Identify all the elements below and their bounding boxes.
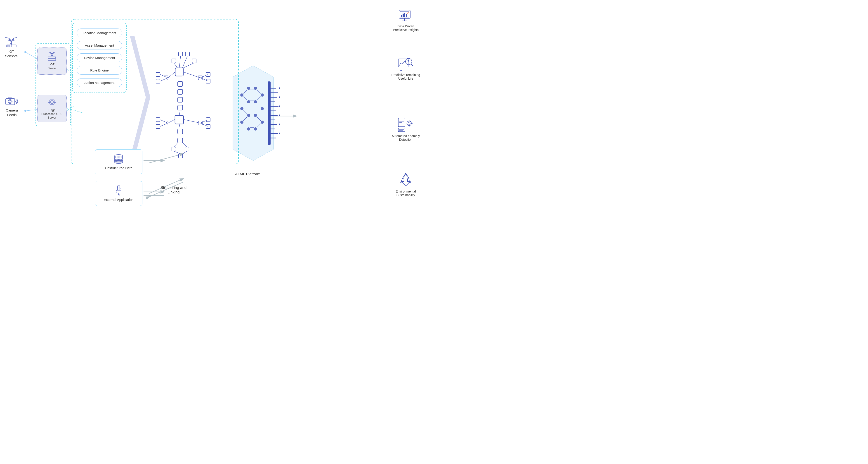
outcome-3-label1: Environmental bbox=[396, 190, 416, 193]
outcome-0-label2: Predictive Insights bbox=[393, 28, 418, 32]
outcome-1-label1: Predictive remaining bbox=[392, 73, 420, 77]
outcome-3-label2: Sustainability bbox=[396, 193, 416, 197]
svg-rect-147 bbox=[116, 190, 121, 193]
iot-sensor: IOTSensors bbox=[4, 36, 18, 58]
svg-point-12 bbox=[10, 43, 12, 45]
svg-point-99 bbox=[254, 100, 257, 104]
external-app-icon bbox=[113, 185, 124, 196]
outcome-2-label1: Automated anomaly bbox=[392, 134, 420, 138]
camera-sensor-group: CameraFeeds bbox=[4, 95, 19, 117]
aiml-label: AI ML Platform bbox=[235, 172, 260, 176]
svg-point-105 bbox=[254, 114, 257, 117]
svg-point-95 bbox=[247, 87, 250, 90]
iot-sensor-icon bbox=[4, 36, 18, 48]
svg-point-94 bbox=[240, 93, 243, 96]
svg-rect-14 bbox=[7, 45, 8, 47]
camera-sensor: CameraFeeds bbox=[4, 95, 19, 117]
svg-point-138 bbox=[279, 132, 280, 135]
svg-point-106 bbox=[254, 127, 257, 130]
svg-rect-146 bbox=[118, 186, 120, 190]
data-driven-icon bbox=[398, 9, 414, 23]
svg-rect-120 bbox=[268, 82, 271, 145]
diagram-container: IOTSensors CameraFeeds bbox=[0, 0, 434, 232]
svg-rect-165 bbox=[406, 14, 407, 17]
iot-sensor-group: IOTSensors bbox=[4, 36, 18, 58]
svg-rect-164 bbox=[404, 13, 405, 17]
svg-point-1 bbox=[24, 51, 26, 53]
anomaly-icon bbox=[398, 118, 414, 132]
svg-point-19 bbox=[9, 100, 11, 103]
outcome-anomaly: Automated anomaly Detection bbox=[386, 118, 425, 141]
outcome-data-driven: Data Driven Predictive Insights bbox=[386, 9, 425, 32]
svg-point-133 bbox=[279, 87, 280, 89]
svg-point-168 bbox=[408, 12, 409, 13]
svg-point-97 bbox=[240, 107, 243, 110]
svg-rect-15 bbox=[9, 45, 10, 47]
server-dashed-border bbox=[35, 43, 71, 127]
svg-point-98 bbox=[254, 87, 257, 90]
external-arrows bbox=[144, 189, 166, 198]
svg-point-137 bbox=[279, 123, 280, 125]
svg-point-135 bbox=[279, 105, 280, 108]
svg-line-173 bbox=[411, 64, 413, 66]
external-application-box: External Application bbox=[95, 181, 143, 206]
svg-rect-192 bbox=[36, 44, 70, 126]
svg-point-103 bbox=[247, 114, 250, 117]
svg-point-96 bbox=[247, 100, 250, 104]
svg-rect-176 bbox=[398, 118, 405, 127]
sustainability-icon bbox=[398, 172, 414, 188]
camera-sensor-icon bbox=[4, 95, 19, 106]
svg-point-102 bbox=[240, 121, 243, 124]
unstructured-label: Unstructured Data bbox=[105, 166, 132, 170]
svg-point-101 bbox=[260, 107, 264, 110]
svg-rect-186 bbox=[398, 128, 405, 132]
svg-text:?: ? bbox=[407, 59, 409, 63]
svg-point-181 bbox=[408, 122, 410, 124]
outcome-2-label2: Detection bbox=[392, 138, 420, 141]
external-label: External Application bbox=[104, 198, 133, 202]
svg-point-21 bbox=[16, 101, 16, 102]
predictive-life-icon: ? bbox=[398, 57, 414, 71]
svg-point-3 bbox=[24, 110, 26, 112]
outcome-1-label2: Useful Life bbox=[392, 77, 420, 80]
outcome-sustainability: Environmental Sustainability bbox=[386, 172, 425, 197]
svg-point-167 bbox=[407, 13, 408, 14]
panel-to-neural-arrow bbox=[140, 88, 163, 99]
svg-rect-163 bbox=[403, 13, 404, 17]
svg-point-136 bbox=[279, 114, 280, 117]
iot-sensor-label: IOTSensors bbox=[5, 49, 18, 58]
svg-point-107 bbox=[260, 121, 264, 124]
svg-point-104 bbox=[247, 127, 250, 130]
camera-sensor-label: CameraFeeds bbox=[6, 108, 18, 117]
svg-point-18 bbox=[8, 99, 12, 104]
outcome-0-label1: Data Driven bbox=[393, 24, 418, 28]
svg-point-134 bbox=[279, 96, 280, 98]
svg-point-180 bbox=[407, 121, 411, 125]
svg-rect-16 bbox=[11, 45, 12, 47]
outcome-predictive-life: ? Predictive remaining Useful Life bbox=[386, 57, 425, 80]
svg-rect-162 bbox=[401, 15, 402, 17]
svg-point-100 bbox=[260, 93, 264, 96]
svg-point-175 bbox=[400, 68, 402, 70]
